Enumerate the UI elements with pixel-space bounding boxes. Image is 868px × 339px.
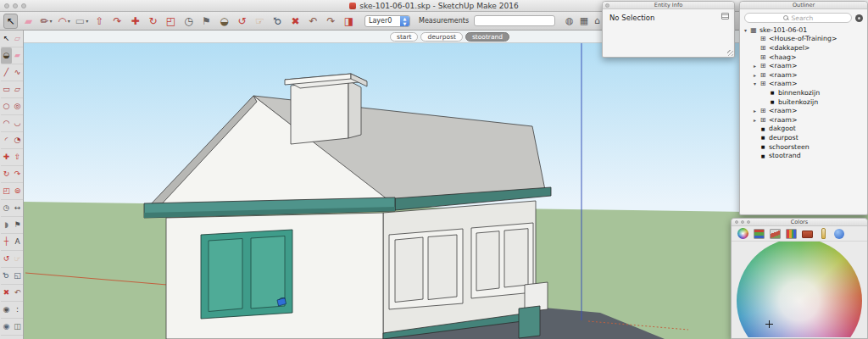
tree-expander-icon[interactable]: ▾ bbox=[742, 27, 749, 33]
text-tool[interactable]: ⚑ bbox=[199, 14, 214, 29]
white-window-2-pane-left[interactable] bbox=[476, 231, 499, 291]
palette-pie-tool[interactable]: ◔ bbox=[12, 132, 23, 149]
palette-follow-me-tool[interactable]: ↷ bbox=[12, 166, 23, 183]
palette-dimension-tool[interactable]: ↔ bbox=[12, 200, 23, 217]
paint-bucket-tool[interactable]: ◒ bbox=[217, 14, 231, 29]
tree-expander-icon[interactable]: ▸ bbox=[751, 63, 759, 69]
pan-tool[interactable]: ☞ bbox=[253, 14, 267, 29]
outliner-item[interactable]: ■schoorsteen bbox=[740, 142, 867, 152]
outliner-item[interactable]: ▸⊞<raam> bbox=[740, 61, 867, 70]
palette-rectangle-tool[interactable]: ▭ bbox=[1, 81, 12, 98]
measurements-input[interactable] bbox=[474, 15, 555, 26]
color-grid-tab[interactable] bbox=[786, 229, 797, 239]
corner-teal-box[interactable] bbox=[519, 306, 540, 338]
outliner-item[interactable]: ■stootrand bbox=[740, 151, 867, 160]
palette-make-component-tool[interactable]: ▱ bbox=[12, 31, 23, 47]
rectangle-tool-dropdown[interactable]: ▾ bbox=[86, 18, 88, 24]
palette-zoom-extents-tool[interactable]: ✖ bbox=[1, 285, 12, 302]
rectangle-tool[interactable]: ▭▾ bbox=[75, 14, 89, 29]
palette-two-point-arc-tool[interactable]: ◡ bbox=[12, 115, 23, 132]
white-window-2-pane-right[interactable] bbox=[504, 229, 528, 287]
palette-axes-tool[interactable]: ┼ bbox=[1, 234, 12, 251]
palette-select-tool[interactable]: ↖ bbox=[1, 31, 12, 47]
palette-paint-bucket-tool[interactable]: ◒ bbox=[1, 47, 12, 64]
chimney-front[interactable] bbox=[291, 81, 348, 144]
outliner-item[interactable]: ▾▦ske-101-06-01 bbox=[740, 25, 867, 35]
teal-window-pane-right[interactable] bbox=[251, 236, 285, 309]
white-window-1-pane-right[interactable] bbox=[428, 235, 457, 300]
chimney-side[interactable] bbox=[348, 81, 361, 138]
resize-handle-icon[interactable] bbox=[727, 50, 733, 56]
close-window-button[interactable] bbox=[4, 3, 9, 8]
previous-view-tool[interactable]: ↶ bbox=[306, 14, 320, 29]
outliner-item[interactable]: ■deurpost bbox=[740, 133, 867, 142]
layer-dropdown[interactable]: Layer0 ▲▼ bbox=[364, 15, 410, 27]
crayon-tab[interactable] bbox=[821, 228, 826, 239]
tree-expander-icon[interactable]: ▾ bbox=[751, 81, 759, 86]
color-wheel[interactable] bbox=[737, 242, 862, 337]
texture-icon[interactable]: ◍ bbox=[565, 15, 574, 26]
outliner-item[interactable]: ▸⊞<raam> bbox=[740, 106, 867, 115]
sphere-tab[interactable] bbox=[834, 229, 844, 239]
image-palettes-tab[interactable] bbox=[770, 229, 781, 239]
palette-scale-tool[interactable]: ◰ bbox=[1, 183, 12, 200]
panel-close-icon[interactable] bbox=[605, 3, 609, 8]
home-icon[interactable]: ⌂ bbox=[594, 15, 600, 26]
palette-push-pull-tool[interactable]: ⇧ bbox=[12, 149, 23, 166]
minimize-window-button[interactable] bbox=[13, 3, 18, 8]
tree-expander-icon[interactable]: ▸ bbox=[751, 72, 759, 78]
outliner-details-gear-icon[interactable] bbox=[855, 14, 863, 22]
palette-rotate-tool[interactable]: ↻ bbox=[1, 166, 12, 183]
outliner-item[interactable]: ▸⊞<raam> bbox=[740, 70, 867, 80]
line-tool-dropdown[interactable]: ▾ bbox=[50, 18, 53, 24]
outliner-item[interactable]: ■buitenkozijn bbox=[740, 97, 867, 107]
palette-zoom-tool[interactable]: ♁ bbox=[1, 268, 12, 285]
white-window-1-pane-left[interactable] bbox=[395, 237, 423, 303]
palette-orbit-tool[interactable]: ↺ bbox=[1, 251, 12, 268]
details-toggle-icon[interactable] bbox=[721, 13, 729, 19]
palette-arc-tool[interactable]: ◠ bbox=[1, 115, 12, 132]
follow-me-tool[interactable]: ↷ bbox=[110, 14, 125, 29]
orbit-tool[interactable]: ↺ bbox=[235, 14, 249, 29]
next-view-tool[interactable]: ↷ bbox=[324, 14, 338, 29]
teal-window-pane-left[interactable] bbox=[209, 239, 242, 312]
eraser-tool[interactable]: ▰ bbox=[21, 14, 36, 29]
scene-tab-stootrand[interactable]: stootrand bbox=[465, 32, 509, 42]
move-tool[interactable]: ✚ bbox=[128, 14, 142, 29]
outliner-titlebar[interactable]: Outliner bbox=[740, 2, 867, 9]
zoom-tool[interactable]: ♁ bbox=[270, 14, 285, 29]
palette-pan-tool[interactable]: ☞ bbox=[12, 251, 23, 268]
tree-expander-icon[interactable]: ▸ bbox=[751, 108, 759, 114]
outliner-item[interactable]: ■dakgoot bbox=[740, 125, 867, 134]
get-models-tool[interactable]: ◨ bbox=[342, 14, 356, 29]
palette-polygon-tool[interactable]: ◎ bbox=[12, 98, 23, 115]
line-tool[interactable]: ✏▾ bbox=[39, 14, 53, 29]
entity-info-titlebar[interactable]: Entity Info bbox=[603, 2, 734, 9]
palette-circle-tool[interactable]: ○ bbox=[1, 98, 12, 115]
palette-offset-tool[interactable]: ⊚ bbox=[12, 183, 23, 200]
outliner-item[interactable]: ■binnenkozijn bbox=[740, 88, 867, 97]
select-tool[interactable]: ↖ bbox=[3, 14, 18, 29]
palette-eraser-tool[interactable]: ▰ bbox=[12, 47, 23, 64]
zoom-window-button[interactable] bbox=[21, 3, 26, 8]
palette-line-tool[interactable]: ╱ bbox=[1, 64, 12, 81]
outliner-item[interactable]: ⊞<haag> bbox=[740, 53, 867, 62]
rotate-tool[interactable]: ↻ bbox=[146, 14, 160, 29]
palette-zoom-window-tool[interactable]: ◱ bbox=[12, 268, 23, 285]
scene-tab-start[interactable]: start bbox=[390, 32, 418, 42]
outliner-item[interactable]: ▸⊞<raam> bbox=[740, 115, 867, 125]
palette-text-tool[interactable]: ⚑ bbox=[12, 217, 23, 234]
color-sliders-tab[interactable] bbox=[754, 229, 765, 239]
layer-dropdown-button[interactable]: ▲▼ bbox=[400, 16, 409, 26]
palette-rotated-rectangle-tool[interactable]: ▱ bbox=[12, 81, 23, 98]
arc-tool[interactable]: ◠▾ bbox=[57, 14, 71, 29]
outliner-search-input[interactable]: Search bbox=[744, 13, 852, 23]
palette-tape-measure-tool[interactable]: ◷ bbox=[1, 200, 12, 217]
outliner-item[interactable]: ⊞<House-of-Training> bbox=[740, 35, 867, 44]
textures-tab[interactable] bbox=[802, 231, 813, 238]
colors-titlebar[interactable]: Colors bbox=[732, 219, 867, 226]
outliner-item[interactable]: ▾⊞<raam> bbox=[740, 80, 867, 89]
palette-freehand-tool[interactable]: ∿ bbox=[12, 64, 23, 81]
palette-protractor-tool[interactable]: ◗ bbox=[1, 217, 12, 234]
color-picker-crosshair-icon[interactable] bbox=[765, 320, 773, 328]
